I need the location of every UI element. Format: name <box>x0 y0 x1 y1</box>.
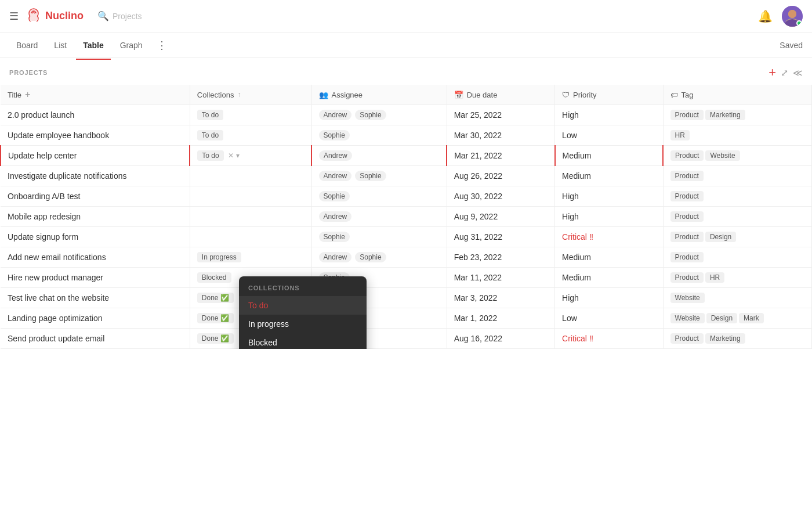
table-row: 2.0 product launch <box>1 105 190 125</box>
tag-badge[interactable]: Product <box>670 110 704 120</box>
duedate-icon: 📅 <box>454 91 463 99</box>
table-row: Landing page optimization <box>1 308 190 329</box>
assignee-chip[interactable]: Andrew <box>319 171 352 181</box>
collection-badge[interactable]: Done ✅ <box>197 333 234 344</box>
assignee-cell: AndrewSophie <box>311 247 447 268</box>
tag-badge[interactable]: Website <box>670 293 705 303</box>
priority-col-label: Priority <box>573 91 596 99</box>
tag-cell: ProductHR <box>663 268 811 288</box>
tag-badge[interactable]: Website <box>670 313 705 323</box>
tag-badge[interactable]: Product <box>670 211 704 222</box>
assignee-cell: Sophie <box>311 227 447 247</box>
row-title[interactable]: Add new email notifications <box>8 253 106 262</box>
row-title[interactable]: Investigate duplicate notifications <box>8 171 126 181</box>
bell-icon[interactable]: 🔔 <box>758 9 773 23</box>
tag-badge[interactable]: Product <box>670 150 704 161</box>
col-header-title: Title + ⋮ <box>1 85 190 105</box>
tag-badge[interactable]: Product <box>670 232 704 242</box>
assignee-chip[interactable]: Andrew <box>319 211 352 222</box>
projects-table: Title + ⋮ Collections ↑ ⋮ 👥 Assigne <box>0 85 812 349</box>
due-date-cell: Mar 25, 2022 <box>447 105 554 125</box>
tag-badge[interactable]: Product <box>670 333 704 344</box>
tag-icon: 🏷 <box>670 91 678 99</box>
assignee-chip[interactable]: Andrew <box>319 252 352 262</box>
tag-badge[interactable]: Mark <box>739 313 764 323</box>
tag-badge[interactable]: Product <box>670 272 704 283</box>
priority-cell: Medium <box>555 166 663 186</box>
assignee-chip[interactable]: Sophie <box>355 252 386 262</box>
nav-tabs: Board List Table Graph ⋮ Saved <box>0 33 812 58</box>
app-header: ☰ Nuclino 🔍 Projects 🔔 <box>0 0 812 33</box>
row-title[interactable]: Test live chat on the website <box>8 293 109 302</box>
tag-badge[interactable]: Product <box>670 171 704 181</box>
tag-badge[interactable]: Marketing <box>705 333 745 344</box>
assignee-chip[interactable]: Sophie <box>319 130 350 140</box>
expand-icon[interactable]: ⤢ <box>781 67 788 78</box>
collection-badge[interactable]: To do <box>197 150 223 161</box>
row-title[interactable]: Update help center <box>8 151 77 160</box>
row-title[interactable]: 2.0 product launch <box>8 110 74 120</box>
dropdown-item-blocked[interactable]: Blocked <box>239 333 367 349</box>
collection-cell <box>190 227 311 247</box>
assignee-chip[interactable]: Sophie <box>355 171 386 181</box>
collection-badge[interactable]: Done ✅ <box>197 293 234 303</box>
search-placeholder: Projects <box>113 12 142 21</box>
dropdown-item-inprogress[interactable]: In progress <box>239 315 367 333</box>
collections-sort-icon[interactable]: ↑ <box>237 91 241 99</box>
due-date-value: Mar 30, 2022 <box>454 131 502 140</box>
collection-dropdown-icon[interactable]: ▾ <box>236 152 240 160</box>
collection-badge[interactable]: Blocked <box>197 272 231 283</box>
collection-cell: To do✕▾ <box>190 146 311 166</box>
tab-board[interactable]: Board <box>9 36 45 55</box>
tag-badge[interactable]: Design <box>706 313 737 323</box>
table-row: Send product update email <box>1 329 190 349</box>
add-column-button[interactable]: + <box>25 89 30 100</box>
duedate-col-label: Due date <box>467 91 498 99</box>
due-date-value: Mar 3, 2022 <box>454 293 498 302</box>
dropdown-item-todo[interactable]: To do <box>239 296 367 315</box>
row-title[interactable]: Mobile app redesign <box>8 212 81 221</box>
tab-graph[interactable]: Graph <box>113 36 150 55</box>
tag-badge[interactable]: HR <box>670 130 690 140</box>
logo-text: Nuclino <box>45 10 84 22</box>
tab-table[interactable]: Table <box>76 36 111 55</box>
priority-cell: Low <box>555 308 663 329</box>
hamburger-icon[interactable]: ☰ <box>9 10 19 23</box>
row-title[interactable]: Update employee handbook <box>8 131 109 140</box>
assignee-chip[interactable]: Andrew <box>319 150 352 161</box>
row-title[interactable]: Send product update email <box>8 334 104 343</box>
search-area[interactable]: 🔍 Projects <box>97 10 142 21</box>
assignee-chip[interactable]: Sophie <box>319 191 350 201</box>
collapse-icon[interactable]: ≪ <box>793 67 803 78</box>
assignee-chip[interactable]: Andrew <box>319 110 352 120</box>
due-date-value: Aug 16, 2022 <box>454 334 502 343</box>
priority-value: High <box>562 212 579 221</box>
row-title[interactable]: Update signup form <box>8 232 78 242</box>
tag-badge[interactable]: Design <box>705 232 736 242</box>
collection-badge[interactable]: To do <box>197 130 223 140</box>
collection-badge[interactable]: To do <box>197 110 223 120</box>
collection-cell: To do <box>190 105 311 125</box>
assignee-chip[interactable]: Sophie <box>355 110 386 120</box>
header-right: 🔔 <box>758 6 803 27</box>
nav-more-icon[interactable]: ⋮ <box>152 37 172 54</box>
table-row: Test live chat on the website <box>1 288 190 308</box>
tag-badge[interactable]: HR <box>705 272 724 283</box>
row-title[interactable]: Hire new product manager <box>8 273 103 282</box>
tag-badge[interactable]: Marketing <box>705 110 745 120</box>
collection-badge[interactable]: In progress <box>197 252 241 262</box>
assignee-chip[interactable]: Sophie <box>319 232 350 242</box>
collection-clear-icon[interactable]: ✕ <box>228 152 234 160</box>
add-project-icon[interactable]: + <box>768 65 776 80</box>
row-title[interactable]: Landing page optimization <box>8 314 102 323</box>
tag-badge[interactable]: Website <box>705 150 740 161</box>
tag-badge[interactable]: Product <box>670 252 704 262</box>
tab-list[interactable]: List <box>47 36 74 55</box>
tag-cell: Product <box>663 186 811 207</box>
row-title[interactable]: Onboarding A/B test <box>8 192 80 201</box>
collection-badge[interactable]: Done ✅ <box>197 313 234 323</box>
user-avatar[interactable] <box>782 6 803 27</box>
tag-cell: Product <box>663 247 811 268</box>
tag-badge[interactable]: Product <box>670 191 704 201</box>
collections-col-label: Collections <box>197 91 234 99</box>
